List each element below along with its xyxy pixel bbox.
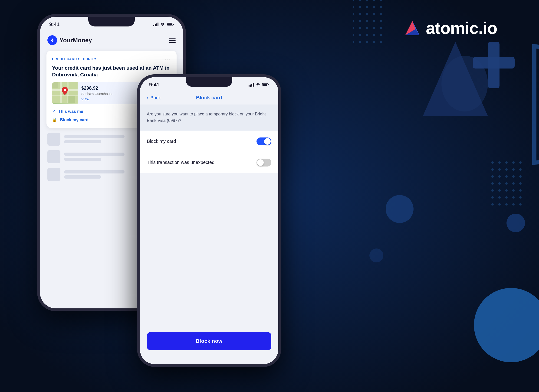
navigation-bar: ‹ Back Block card [140,91,278,105]
svg-point-41 [386,195,414,223]
block-card-toggle-switch[interactable] [256,138,271,145]
ph-square-3 [47,168,60,181]
svg-point-37 [359,41,361,43]
phone-back-notch [88,17,135,26]
svg-point-17 [359,13,361,15]
svg-point-23 [366,20,368,22]
svg-point-31 [353,34,354,36]
app-logo: YourMoney [47,35,92,45]
svg-rect-66 [251,84,252,87]
confirmation-message-area: Are you sure you want to place a tempora… [140,105,278,130]
svg-marker-1 [423,42,488,116]
svg-point-29 [373,27,375,29]
svg-rect-64 [249,85,250,87]
unexpected-transaction-toggle-switch[interactable] [256,159,271,167]
svg-rect-47 [153,25,154,26]
svg-point-14 [373,6,375,8]
svg-point-15 [380,6,382,8]
wifi-icon [160,23,165,26]
back-button[interactable]: ‹ Back [147,95,161,101]
svg-point-33 [366,34,368,36]
phone-front-notch [186,77,232,87]
svg-point-19 [373,13,375,15]
svg-rect-49 [156,24,157,26]
atomic-logo-icon [403,19,422,37]
unexpected-transaction-toggle-row: This transaction was unexpected [140,152,278,173]
svg-point-36 [353,41,354,43]
block-card-toggle-row: Block my card [140,131,278,152]
svg-point-2 [441,56,488,111]
this-was-me-label: This was me [58,109,83,114]
svg-rect-53 [173,24,174,25]
ph-lines-3 [64,170,125,179]
svg-point-22 [359,20,361,22]
svg-point-26 [353,27,354,29]
ph-square-2 [47,150,60,163]
card-options-dots[interactable]: ··· [165,56,171,62]
front-battery-icon [262,83,269,87]
svg-point-24 [373,20,375,22]
ph-square-1 [47,133,60,146]
app-name: YourMoney [59,37,92,44]
battery-icon [167,23,174,26]
back-status-icons [153,23,174,26]
block-card-toggle-thumb [264,138,271,145]
svg-point-39 [373,41,375,43]
svg-rect-69 [263,84,267,86]
phone-front: 9:41 [137,74,281,367]
front-signal-icon [249,83,254,87]
transaction-info: $298.92 Sucha's Guesthouse View [78,82,117,104]
svg-point-18 [366,13,368,15]
checkmark-icon: ✓ [52,109,56,114]
svg-point-6 [353,0,354,1]
svg-point-40 [380,41,382,43]
unexpected-transaction-label: This transaction was unexpected [147,160,214,165]
menu-icon[interactable] [169,38,176,43]
svg-point-21 [353,20,354,22]
transaction-place: Sucha's Guesthouse [81,92,113,96]
block-button-area: Block now [147,332,271,350]
app-header: YourMoney [47,35,177,45]
svg-point-54 [52,41,53,42]
back-status-time: 9:41 [49,21,59,27]
svg-point-42 [506,214,525,232]
svg-point-38 [366,41,368,43]
svg-rect-52 [167,24,172,26]
svg-point-13 [366,6,368,8]
block-now-button[interactable]: Block now [147,332,271,350]
front-status-icons [249,83,269,87]
page-title: Block card [196,95,222,101]
svg-point-5 [474,288,539,362]
svg-point-11 [353,6,354,8]
svg-point-10 [380,0,382,1]
logo-icon [49,37,55,43]
svg-point-25 [380,20,382,22]
back-chevron-icon: ‹ [147,95,149,101]
ph-lines-2 [64,153,125,161]
svg-rect-67 [253,83,254,87]
transaction-view-link[interactable]: View [81,97,113,101]
svg-rect-61 [68,96,75,103]
svg-point-16 [353,13,354,15]
lock-icon: 🔒 [52,117,57,122]
svg-rect-60 [52,82,58,88]
svg-rect-65 [250,85,251,87]
brand-area: atomic.io [403,19,497,38]
confirmation-text: Are you sure you want to place a tempora… [147,111,271,124]
toggle-section: Block my card This transaction was unexp… [140,131,278,173]
svg-point-8 [366,0,368,1]
unexpected-transaction-toggle-thumb [257,159,264,166]
back-label: Back [150,95,161,100]
card-security-label: CREDIT CARD SECURITY [52,57,96,61]
svg-point-35 [380,34,382,36]
front-wifi-icon [255,83,260,87]
svg-rect-70 [268,84,269,86]
svg-rect-4 [473,57,515,68]
widget-header: CREDIT CARD SECURITY ··· [52,56,171,62]
svg-point-30 [380,27,382,29]
svg-point-12 [359,6,361,8]
brand-name-text: atomic.io [426,19,497,38]
svg-rect-50 [158,23,159,26]
svg-point-34 [373,34,375,36]
svg-point-28 [366,27,368,29]
